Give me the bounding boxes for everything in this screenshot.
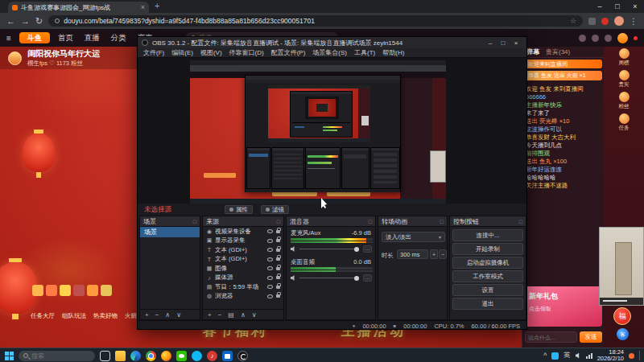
transition-select[interactable]: 淡入/淡出 ▾ <box>382 232 445 242</box>
scenes-toolbar-icon[interactable]: ∧ <box>165 311 170 319</box>
extensions-icon[interactable] <box>588 18 596 25</box>
lock-icon[interactable] <box>276 230 280 233</box>
send-button[interactable]: 发送 <box>580 331 602 343</box>
sources-dock-header[interactable]: 来源 □ <box>203 216 283 227</box>
lock-icon[interactable] <box>276 239 280 242</box>
emote-icon[interactable] <box>87 285 98 296</box>
show-desktop-strip[interactable] <box>639 351 640 360</box>
dock-float-icon[interactable]: □ <box>440 219 444 224</box>
lock-icon[interactable] <box>276 276 280 279</box>
start-button[interactable] <box>5 352 14 360</box>
dock-float-icon[interactable]: □ <box>519 219 522 224</box>
sources-toolbar-icon[interactable]: ∧ <box>241 311 246 319</box>
obs-titlebar[interactable]: OBS 30.1.2 - 配置文件: 采集端放音直播调试 - 场景: 采集端放音… <box>138 37 526 48</box>
obs-menu-item[interactable]: 视图(V) <box>200 48 222 57</box>
volume-icon[interactable] <box>576 353 581 359</box>
emote-icon[interactable] <box>32 285 43 296</box>
controls-dock-header[interactable]: 控制按钮 □ <box>450 216 526 227</box>
obs-menu-item[interactable]: 帮助(H) <box>382 48 404 57</box>
obs-minimize-button[interactable]: – <box>484 39 497 47</box>
tray-expand-icon[interactable]: ^ <box>543 352 547 360</box>
duration-increase-button[interactable]: + <box>430 249 438 259</box>
emote-icon[interactable] <box>60 285 71 296</box>
transitions-dock-header[interactable]: 转场动画 □ <box>378 216 447 227</box>
lock-icon[interactable] <box>276 257 280 261</box>
obs-control-button[interactable]: 工作室模式 <box>452 270 523 282</box>
visibility-eye-icon[interactable] <box>267 257 273 261</box>
scenes-dock-header[interactable]: 场景 □ <box>140 216 200 227</box>
obs-control-button[interactable]: 开始录制 <box>452 243 523 255</box>
reload-button[interactable]: ↻ <box>35 16 43 27</box>
emote-icon[interactable] <box>46 285 57 296</box>
profile-avatar[interactable] <box>614 16 624 26</box>
tab-close-icon[interactable]: × <box>141 3 145 11</box>
tab-danmaku[interactable]: 弹幕 <box>526 47 539 56</box>
volume-slider[interactable] <box>299 278 359 278</box>
source-row[interactable]: ▣ 显示器采集 <box>203 237 283 246</box>
sources-toolbar-icon[interactable]: ∨ <box>252 311 257 319</box>
hamburger-menu-icon[interactable]: ≡ <box>6 34 11 43</box>
browser-menu-icon[interactable]: ⋮ <box>630 17 638 26</box>
store-icon[interactable] <box>222 351 233 361</box>
scenes-toolbar-icon[interactable]: − <box>155 311 159 319</box>
gift-card[interactable]: 新年礼包 点击领取 <box>525 286 602 327</box>
scenes-toolbar-icon[interactable]: + <box>145 311 149 319</box>
obs-menu-item[interactable]: 配置文件(P) <box>271 48 306 57</box>
speaker-icon[interactable] <box>291 246 296 252</box>
nav-icon-3[interactable] <box>605 35 612 42</box>
visibility-eye-icon[interactable] <box>267 285 273 289</box>
source-row[interactable]: ♪ 媒体源 <box>203 274 283 283</box>
taskbar-search[interactable] <box>19 351 95 361</box>
back-button[interactable]: ← <box>6 16 15 26</box>
source-row[interactable]: ▤ 节目：5:59 半场 <box>203 282 283 292</box>
notification-badge[interactable] <box>629 353 634 359</box>
source-row[interactable]: ◉ 视频采集设备 <box>203 227 283 237</box>
obs-control-button[interactable]: 设置 <box>452 284 523 296</box>
taskbar-search-input[interactable] <box>31 352 80 360</box>
obs-maximize-button[interactable]: □ <box>497 39 510 47</box>
browser-tab[interactable]: 斗鱼游戏赛事游园会_网游fps战 × <box>8 2 149 13</box>
mixer-dock-header[interactable]: 混音器 □ <box>287 216 375 227</box>
forward-button[interactable]: → <box>21 16 30 26</box>
obs-preview-video[interactable] <box>190 60 446 204</box>
service-button[interactable]: 客 <box>617 328 629 340</box>
visibility-eye-icon[interactable] <box>267 266 273 270</box>
emote-icon[interactable] <box>101 285 112 296</box>
tray-chat-icon[interactable] <box>551 352 559 360</box>
new-tab-button[interactable]: + <box>155 1 159 10</box>
scene-item-selected[interactable]: 场景 <box>140 227 200 237</box>
sources-toolbar-icon[interactable]: + <box>208 311 212 319</box>
source-row[interactable]: T 文本 (GDI+) <box>203 255 283 265</box>
qq-icon[interactable] <box>192 351 202 361</box>
user-avatar[interactable] <box>617 33 628 43</box>
nav-icon-2[interactable] <box>592 35 599 42</box>
nav-item[interactable]: 分类 <box>111 33 126 43</box>
address-bar[interactable]: douyu.com/beta/7459835?dyshid=a9f5d47-f4… <box>48 15 583 27</box>
emote-icon[interactable] <box>73 285 85 296</box>
bottom-link[interactable]: 组队玩法 <box>62 312 86 320</box>
source-row[interactable]: ◍ 浏览器 <box>203 292 283 302</box>
window-minimize-button[interactable]: – <box>591 0 609 13</box>
window-close-button[interactable]: × <box>626 0 644 13</box>
wechat-icon[interactable] <box>176 351 187 361</box>
edge-icon[interactable] <box>130 351 141 361</box>
context-properties-button[interactable]: 属性 <box>225 205 253 214</box>
obs-control-button[interactable]: 连接中... <box>452 229 523 241</box>
site-info-icon[interactable] <box>55 19 60 23</box>
streamer-avatar[interactable] <box>8 51 22 65</box>
obs-close-button[interactable]: × <box>510 39 522 47</box>
visibility-eye-icon[interactable] <box>267 239 273 243</box>
obs-menu-item[interactable]: 文件(F) <box>143 48 164 57</box>
obs-app-icon[interactable] <box>237 351 248 361</box>
nav-item[interactable]: 首页 <box>58 33 73 43</box>
red-packet-button[interactable]: 福 <box>613 307 631 325</box>
webcam-overlay[interactable] <box>599 227 644 306</box>
visibility-eye-icon[interactable] <box>267 276 273 280</box>
sidebar-item[interactable]: 任务 <box>604 112 644 134</box>
context-filters-button[interactable]: 滤镜 <box>261 205 289 214</box>
file-explorer-icon[interactable] <box>115 351 126 361</box>
obs-menu-item[interactable]: 场景集合(S) <box>312 48 347 57</box>
dock-float-icon[interactable]: □ <box>277 219 280 224</box>
chrome-icon[interactable] <box>146 351 156 361</box>
visibility-eye-icon[interactable] <box>267 248 273 252</box>
